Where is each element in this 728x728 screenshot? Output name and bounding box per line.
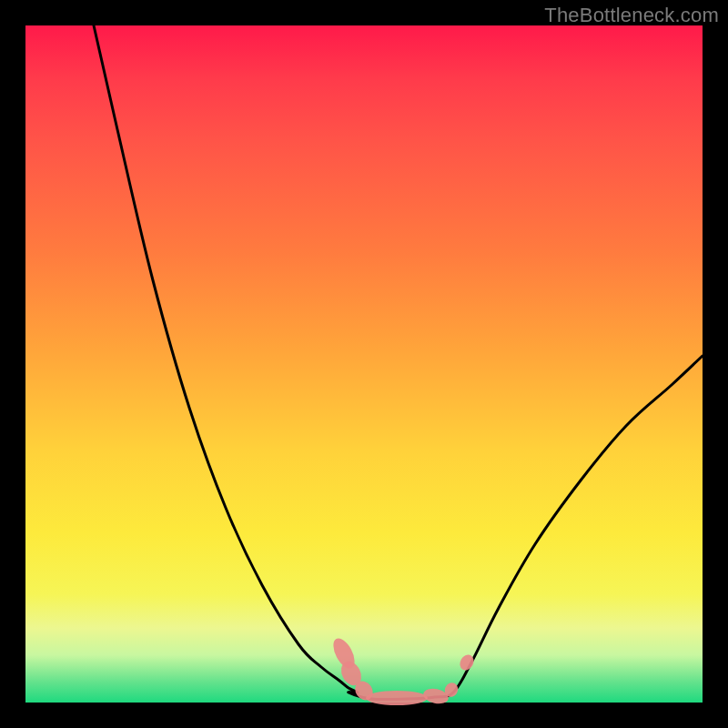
trough-marker: [457, 652, 476, 673]
chart-frame: TheBottleneck.com: [0, 0, 728, 728]
trough-marker: [366, 691, 428, 705]
watermark-text: TheBottleneck.com: [544, 4, 719, 27]
curve-path: [94, 25, 703, 700]
plot-area: [25, 25, 703, 703]
bottleneck-curve: [25, 25, 703, 703]
trough-markers: [329, 635, 477, 706]
